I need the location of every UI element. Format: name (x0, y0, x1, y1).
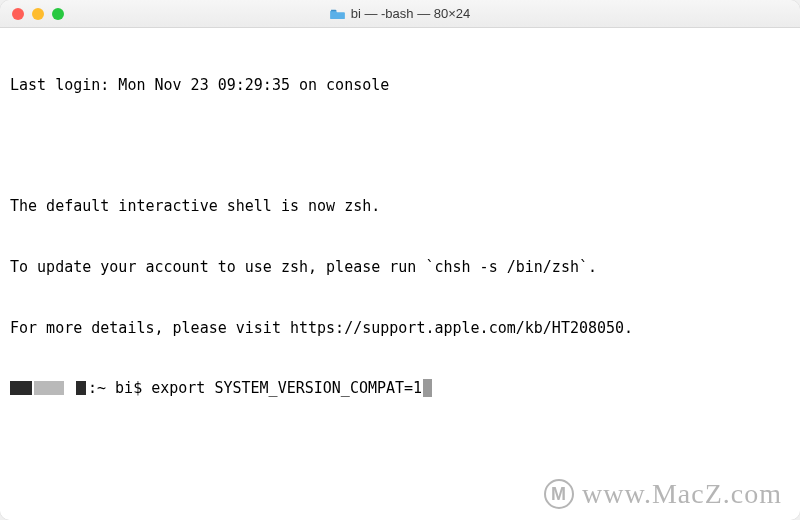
prompt-tail: :~ bi$ (88, 378, 151, 398)
redacted-host (34, 381, 64, 395)
zsh-notice-line: To update your account to use zsh, pleas… (10, 257, 790, 277)
window-title-wrap: bi — -bash — 80×24 (330, 6, 471, 21)
prompt-line: :~ bi$ export SYSTEM_VERSION_COMPAT=1 (10, 378, 790, 398)
typed-command: export SYSTEM_VERSION_COMPAT=1 (151, 378, 422, 398)
titlebar[interactable]: bi — -bash — 80×24 (0, 0, 800, 28)
zsh-notice-line: The default interactive shell is now zsh… (10, 196, 790, 216)
close-icon[interactable] (12, 8, 24, 20)
minimize-icon[interactable] (32, 8, 44, 20)
redacted-host (76, 381, 86, 395)
folder-icon (330, 8, 345, 20)
cursor-icon (423, 379, 432, 397)
zsh-notice-line: For more details, please visit https://s… (10, 318, 790, 338)
terminal-content[interactable]: Last login: Mon Nov 23 09:29:35 on conso… (0, 28, 800, 520)
blank-line (10, 135, 790, 155)
terminal-window: bi — -bash — 80×24 Last login: Mon Nov 2… (0, 0, 800, 520)
last-login-line: Last login: Mon Nov 23 09:29:35 on conso… (10, 75, 790, 95)
window-title: bi — -bash — 80×24 (351, 6, 471, 21)
window-controls (0, 8, 64, 20)
zoom-icon[interactable] (52, 8, 64, 20)
redacted-host (10, 381, 32, 395)
